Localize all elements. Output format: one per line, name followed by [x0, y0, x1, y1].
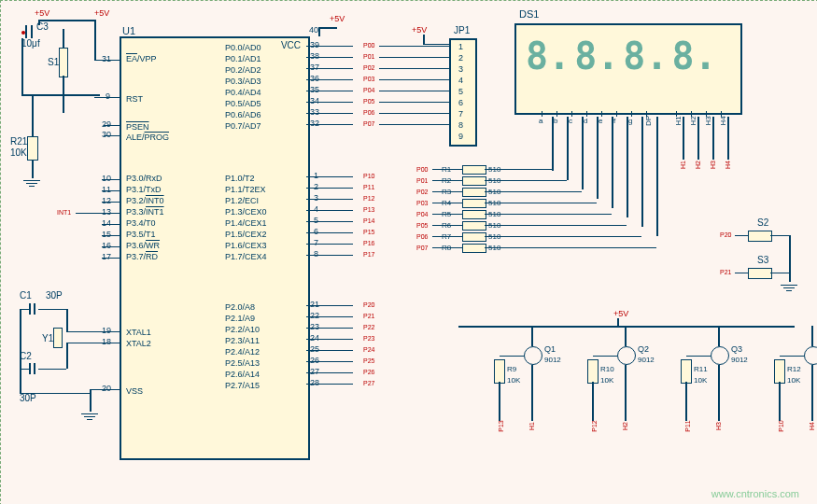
u1-pin40: 40 — [309, 25, 318, 35]
y1-ref: Y1 — [42, 333, 53, 343]
power-label-3: +5V — [330, 14, 345, 23]
net-s3: P21 — [720, 269, 731, 275]
watermark: www.cntronics.com — [711, 488, 799, 499]
resistor-r21 — [27, 136, 38, 161]
u1-ref: U1 — [122, 25, 135, 36]
ground-icon — [781, 283, 797, 293]
switch-s3 — [748, 268, 772, 279]
switch-s2 — [748, 231, 772, 242]
c1-ref: C1 — [20, 290, 32, 301]
ground-icon — [23, 178, 40, 189]
power-label-jp1: +5V — [412, 25, 427, 35]
c3-val: 10μf — [21, 38, 40, 49]
u1-vcc-label: VCC — [281, 40, 301, 50]
power-label-2: +5V — [94, 8, 109, 18]
s3-ref: S3 — [757, 255, 768, 265]
switch-s1 — [59, 48, 68, 77]
circuit-schematic: +5V C3 10μf S1 R21 10K +5V U1 VCC 40 +5V… — [0, 0, 817, 504]
net-s2: P20 — [720, 231, 731, 238]
seven-segment-ds1: 8.8.8.8. — [514, 23, 742, 115]
capacitor-c2 — [29, 363, 35, 376]
c2-val: 30P — [20, 393, 36, 403]
net-int1: INT1 — [57, 209, 71, 216]
jp1-ref: JP1 — [454, 25, 470, 35]
r21-val: 10K — [10, 147, 27, 158]
s2-ref: S2 — [757, 217, 768, 228]
capacitor-c1 — [29, 303, 35, 316]
c3-ref: C3 — [36, 21, 49, 32]
power-label-q: +5V — [613, 309, 628, 318]
s1-ref: S1 — [48, 57, 59, 67]
r21-ref: R21 — [10, 136, 27, 147]
c1-val: 30P — [46, 290, 63, 301]
ds1-ref: DS1 — [519, 8, 539, 20]
crystal-y1 — [53, 328, 63, 348]
power-label-1: +5V — [35, 8, 49, 18]
ground-icon — [81, 412, 98, 422]
